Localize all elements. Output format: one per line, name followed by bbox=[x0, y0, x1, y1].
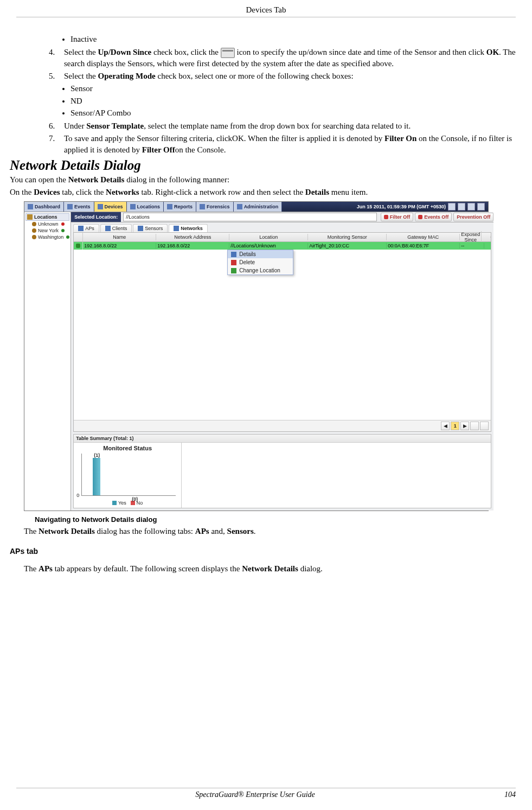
details-icon bbox=[231, 252, 236, 257]
legend-yes: Yes bbox=[112, 500, 126, 506]
pager: ◀ 1 ▶ bbox=[74, 420, 491, 431]
main-pane: Selected Location: //Locations Filter Of… bbox=[71, 212, 493, 511]
cell-mac: 00:0A:B8:40:E6:7F bbox=[387, 243, 460, 248]
help-icon[interactable] bbox=[458, 203, 465, 211]
logout-icon[interactable] bbox=[477, 203, 485, 211]
grid-corner[interactable] bbox=[74, 233, 83, 241]
events-off-chip[interactable]: Events Off bbox=[415, 213, 452, 221]
footer-title: SpectraGuard® Enterprise User Guide bbox=[16, 790, 494, 799]
grid-header: Name Network Address Location Monitoring… bbox=[74, 233, 491, 242]
tab-reports[interactable]: Reports bbox=[164, 202, 196, 212]
swatch-yes-icon bbox=[112, 501, 117, 505]
tab-administration[interactable]: Administration bbox=[234, 202, 283, 212]
context-menu-change-location[interactable]: Change Location bbox=[228, 266, 293, 275]
pager-export-icon[interactable] bbox=[480, 422, 489, 430]
subtab-sensors[interactable]: Sensors bbox=[133, 224, 168, 232]
filter-off-chip[interactable]: Filter Off bbox=[381, 213, 414, 221]
step-4: 4. Select the Up/Down Since check box, c… bbox=[49, 47, 516, 69]
client-icon bbox=[105, 226, 111, 231]
step-6: 6. Under Sensor Template, select the tem… bbox=[49, 120, 516, 132]
col-sensor[interactable]: Monitoring Sensor bbox=[308, 234, 387, 240]
subtab-aps[interactable]: APs bbox=[73, 224, 99, 232]
app-top-bar: Dashboard Events Devices Locations Repor… bbox=[24, 202, 488, 212]
bar-label-yes: (1) bbox=[94, 452, 100, 458]
running-header: Devices Tab bbox=[16, 5, 516, 17]
heading-network-details-dialog: Network Details Dialog bbox=[10, 158, 516, 173]
top-right-area: Jun 15 2011, 01:59:39 PM (GMT +0530) bbox=[354, 202, 488, 212]
bullet-inactive: Inactive bbox=[70, 34, 516, 44]
events-icon bbox=[67, 204, 73, 209]
subtab-networks[interactable]: Networks bbox=[169, 224, 208, 232]
tree-item-washington[interactable]: Washington bbox=[25, 234, 69, 240]
network-icon bbox=[174, 226, 179, 231]
prevention-off-chip[interactable]: Prevention Off bbox=[453, 213, 493, 221]
bullet-sensor: Sensor bbox=[70, 83, 516, 94]
tab-dashboard[interactable]: Dashboard bbox=[24, 202, 64, 212]
reports-icon bbox=[167, 204, 172, 209]
top-tabs: Dashboard Events Devices Locations Repor… bbox=[24, 202, 282, 212]
chart-legend: Yes No bbox=[76, 498, 179, 506]
col-mac[interactable]: Gateway MAC bbox=[387, 234, 460, 240]
pager-options-icon[interactable] bbox=[470, 422, 479, 430]
pager-next[interactable]: ▶ bbox=[460, 422, 469, 430]
col-location[interactable]: Location bbox=[229, 234, 308, 240]
col-since[interactable]: Exposed Since bbox=[460, 231, 482, 243]
tab-forensics[interactable]: Forensics bbox=[196, 202, 234, 212]
context-menu: Details Delete Change Location bbox=[227, 250, 293, 275]
step-number: 7. bbox=[49, 133, 64, 156]
tab-events[interactable]: Events bbox=[64, 202, 94, 212]
grid-body: 192.168.8.0/22 192.168.8.0/22 //Location… bbox=[74, 242, 491, 420]
tab-locations[interactable]: Locations bbox=[127, 202, 164, 212]
pager-current[interactable]: 1 bbox=[451, 422, 459, 430]
status-dot-icon bbox=[66, 235, 69, 239]
bar-label-no: (0) bbox=[132, 496, 138, 502]
summary-empty-area bbox=[182, 443, 491, 508]
folder-icon bbox=[32, 228, 36, 233]
cell-location: //Locations/Unknown bbox=[229, 243, 308, 248]
folder-icon bbox=[32, 235, 36, 239]
context-menu-details[interactable]: Details bbox=[228, 250, 293, 258]
ap-icon bbox=[78, 226, 84, 231]
cell-address: 192.168.8.0/22 bbox=[156, 243, 229, 248]
summary-title: Table Summary (Total: 1) bbox=[74, 435, 491, 443]
network-status-icon bbox=[76, 244, 80, 248]
dashboard-icon bbox=[28, 204, 33, 209]
location-bar: Selected Location: //Locations Filter Of… bbox=[71, 212, 493, 222]
col-name[interactable]: Name bbox=[83, 234, 156, 240]
devices-icon bbox=[98, 204, 103, 209]
table-summary: Table Summary (Total: 1) Monitored Statu… bbox=[73, 434, 491, 508]
pager-prev[interactable]: ◀ bbox=[441, 422, 450, 430]
device-subtabs: APs Clients Sensors Networks bbox=[71, 222, 493, 232]
filter-icon bbox=[384, 215, 388, 219]
col-address[interactable]: Network Address bbox=[156, 234, 229, 240]
tree-root[interactable]: Locations bbox=[25, 213, 69, 221]
cell-since: -- bbox=[460, 243, 484, 248]
step-number: 4. bbox=[49, 47, 64, 69]
settings-icon[interactable] bbox=[467, 203, 475, 211]
context-menu-delete[interactable]: Delete bbox=[228, 258, 293, 266]
screenshot-network-details-navigation: Dashboard Events Devices Locations Repor… bbox=[24, 201, 489, 511]
delete-icon bbox=[231, 260, 236, 265]
status-dot-icon bbox=[61, 229, 65, 232]
table-row[interactable]: 192.168.8.0/22 192.168.8.0/22 //Location… bbox=[74, 242, 491, 250]
step-7: 7. To save and apply the Sensor filterin… bbox=[49, 133, 516, 156]
bullet-nd: ND bbox=[70, 95, 516, 106]
cell-name: 192.168.8.0/22 bbox=[83, 243, 156, 248]
page-footer: SpectraGuard® Enterprise User Guide 104 bbox=[16, 788, 516, 799]
step-number: 5. bbox=[49, 71, 64, 82]
y-axis-tick-0: 0 bbox=[76, 493, 79, 498]
tab-devices[interactable]: Devices bbox=[94, 202, 127, 212]
step-number: 6. bbox=[49, 120, 64, 132]
step-5: 5. Select the Operating Mode check box, … bbox=[49, 71, 516, 82]
events-icon bbox=[418, 215, 422, 219]
tree-item-unknown[interactable]: Unknown bbox=[25, 221, 69, 227]
forensics-icon bbox=[200, 204, 205, 209]
location-tree: Locations Unknown New York Washington bbox=[24, 212, 71, 511]
subtab-clients[interactable]: Clients bbox=[100, 224, 132, 232]
bullet-combo: Sensor/AP Combo bbox=[70, 107, 516, 118]
col-options-icon[interactable] bbox=[482, 237, 491, 238]
heading-aps-tab: APs tab bbox=[10, 547, 516, 556]
refresh-icon[interactable] bbox=[448, 203, 456, 211]
tree-item-newyork[interactable]: New York bbox=[25, 227, 69, 234]
step-text: To save and apply the Sensor filtering c… bbox=[64, 133, 516, 156]
